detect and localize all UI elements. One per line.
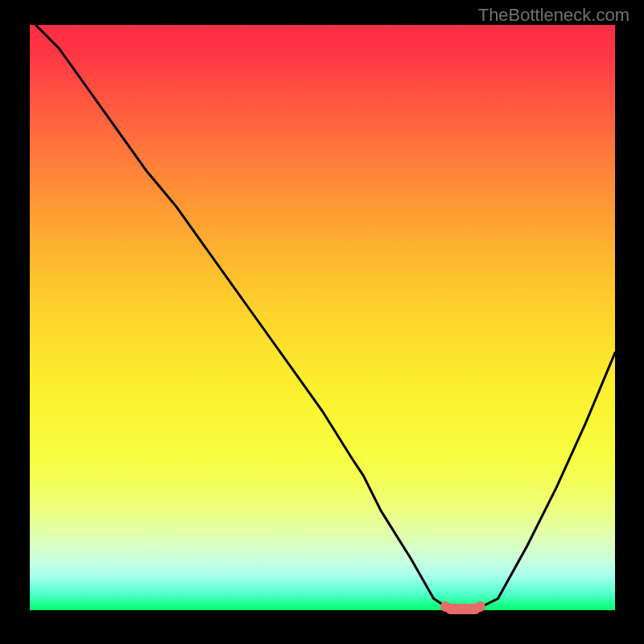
optimal-end-dot (475, 601, 485, 612)
bottleneck-curve (30, 25, 615, 610)
optimal-start-dot (440, 601, 451, 612)
watermark-text: TheBottleneck.com (478, 5, 630, 26)
chart-plot-area (30, 25, 615, 610)
